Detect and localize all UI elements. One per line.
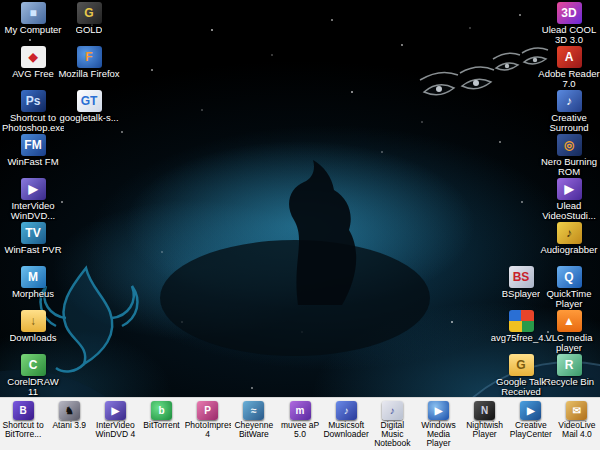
eyes-graphic — [420, 48, 548, 95]
winfast-pvr-icon: TV — [21, 222, 46, 244]
icon-label: Atani 3.9 — [52, 421, 86, 430]
icon-label: Windows Media Player — [415, 421, 461, 448]
desktop-icon-column-right-inner: BSBSplayeravg75free_4...GGoogle Talk Rec… — [490, 266, 552, 398]
nero-burning-rom-icon: ◎ — [557, 134, 582, 156]
icon-label: InterVideo WinDVD... — [2, 201, 64, 221]
shortcut-firefox[interactable]: FMozilla Firefox — [58, 46, 120, 90]
vlc-icon: ▲ — [557, 310, 582, 332]
shortcut-winfast-pvr[interactable]: TVWinFast PVR — [2, 222, 64, 266]
gold-icon: G — [77, 2, 102, 24]
cheyenne-bitware-icon: ≈ — [243, 401, 264, 420]
bittorrent-shortcut-icon: B — [13, 401, 34, 420]
shortcut-creative-surround-mixer[interactable]: ♪Creative Surround Mixer — [538, 90, 600, 134]
shortcut-atani[interactable]: ♞Atani 3.9 — [46, 398, 92, 450]
videolive-mail-icon: ✉ — [566, 401, 587, 420]
icon-label: BitTorrent — [143, 421, 179, 430]
icon-label: Shortcut to Photoshop.exe — [2, 113, 64, 133]
windows-media-player-icon: ▶ — [428, 401, 449, 420]
shortcut-nero-burning-rom[interactable]: ◎Nero Burning ROM — [538, 134, 600, 178]
desktop-icon-column-left-inner: GGOLDFMozilla FirefoxGTgoogletalk-s... — [58, 2, 120, 134]
downloads-folder-icon: ↓ — [21, 310, 46, 332]
ulead-videostudio-icon: ▶ — [557, 178, 582, 200]
desktop[interactable]: ■My Computer◆AVG FreePsShortcut to Photo… — [0, 0, 600, 450]
morpheus-icon: M — [21, 266, 46, 288]
digital-music-notebook-icon: ♪ — [382, 401, 403, 420]
icon-label: Cheyenne BitWare — [231, 421, 277, 439]
shortcut-my-computer[interactable]: ■My Computer — [2, 2, 64, 46]
icon-label: Creative PlayCenter — [508, 421, 554, 439]
icon-label: Adobe Reader 7.0 — [538, 69, 600, 89]
icon-label: Nightwish Player — [462, 421, 508, 439]
shortcut-avg-installer[interactable]: avg75free_4... — [490, 310, 552, 354]
shortcut-bsplayer[interactable]: BSBSplayer — [490, 266, 552, 310]
desktop-icon-column-left-outer: ■My Computer◆AVG FreePsShortcut to Photo… — [2, 2, 64, 398]
icon-label: AVG Free — [12, 69, 54, 79]
shortcut-nightwish-player[interactable]: NNightwish Player — [462, 398, 508, 450]
shortcut-gold[interactable]: GGOLD — [58, 2, 120, 46]
shortcut-morpheus[interactable]: MMorpheus — [2, 266, 64, 310]
icon-label: googletalk-s... — [59, 113, 118, 123]
winfast-fm-icon: FM — [21, 134, 46, 156]
ulead-cool3d-icon: 3D — [557, 2, 582, 24]
icon-label: Ulead COOL 3D 3.0 — [538, 25, 600, 45]
shortcut-adobe-reader[interactable]: AAdobe Reader 7.0 — [538, 46, 600, 90]
icon-label: BSplayer — [502, 289, 541, 299]
shortcut-videolive-mail[interactable]: ✉VideoLive Mail 4.0 — [554, 398, 600, 450]
shortcut-bittorrent-shortcut[interactable]: BShortcut to BitTorre... — [0, 398, 46, 450]
bsplayer-icon: BS — [509, 266, 534, 288]
shortcut-ulead-videostudio[interactable]: ▶Ulead VideoStudi... — [538, 178, 600, 222]
avg-free-icon: ◆ — [21, 46, 46, 68]
icon-label: WinFast FM — [7, 157, 58, 167]
icon-label: VideoLive Mail 4.0 — [554, 421, 600, 439]
icon-label: Mozilla Firefox — [58, 69, 119, 79]
shortcut-musicsoft-downloader[interactable]: ♪Musicsoft Downloader — [323, 398, 369, 450]
intervideo-windvd-icon: ▶ — [21, 178, 46, 200]
coreldraw-icon: C — [21, 354, 46, 376]
avg-installer-icon — [509, 310, 534, 332]
shortcut-audiograbber[interactable]: ♪Audiograbber — [538, 222, 600, 266]
googletalk-installer-icon: GT — [77, 90, 102, 112]
shortcut-googletalk-received-files-folder[interactable]: GGoogle Talk Received Files — [490, 354, 552, 398]
icon-label: Downloads — [10, 333, 57, 343]
creative-playcenter-icon: ▶ — [520, 401, 541, 420]
shortcut-windows-media-player[interactable]: ▶Windows Media Player — [415, 398, 461, 450]
adobe-reader-icon: A — [557, 46, 582, 68]
icon-label: GOLD — [76, 25, 103, 35]
shortcut-creative-playcenter[interactable]: ▶Creative PlayCenter — [508, 398, 554, 450]
bottom-icon-strip: BShortcut to BitTorre...♞Atani 3.9▶Inter… — [0, 397, 600, 450]
shortcut-googletalk-installer[interactable]: GTgoogletalk-s... — [58, 90, 120, 134]
icon-label: Musicsoft Downloader — [323, 421, 369, 439]
shortcut-avg-free[interactable]: ◆AVG Free — [2, 46, 64, 90]
icon-label: Audiograbber — [540, 245, 597, 255]
shortcut-downloads-folder[interactable]: ↓Downloads — [2, 310, 64, 354]
icon-label: Nero Burning ROM — [538, 157, 600, 177]
horsehead-silhouette — [160, 160, 430, 356]
firefox-icon: F — [77, 46, 102, 68]
shortcut-coreldraw[interactable]: CCorelDRAW 11 — [2, 354, 64, 398]
nightwish-player-icon: N — [474, 401, 495, 420]
shortcut-digital-music-notebook[interactable]: ♪Digital Music Notebook — [369, 398, 415, 450]
shortcut-intervideo-windvd4[interactable]: ▶InterVideo WinDVD 4 — [92, 398, 138, 450]
shortcut-bittorrent[interactable]: bBitTorrent — [138, 398, 184, 450]
icon-label: InterVideo WinDVD 4 — [92, 421, 138, 439]
recycle-bin-icon: R — [557, 354, 582, 376]
shortcut-photoimpression[interactable]: PPhotoImpres... 4 — [185, 398, 231, 450]
shortcut-ulead-cool3d[interactable]: 3DUlead COOL 3D 3.0 — [538, 2, 600, 46]
icon-label: muvee aP 5.0 — [277, 421, 323, 439]
icon-label: PhotoImpres... 4 — [185, 421, 231, 439]
atani-icon: ♞ — [59, 401, 80, 420]
shortcut-photoshop-shortcut[interactable]: PsShortcut to Photoshop.exe — [2, 90, 64, 134]
icon-label: Digital Music Notebook — [369, 421, 415, 448]
creative-surround-mixer-icon: ♪ — [557, 90, 582, 112]
shortcut-intervideo-windvd[interactable]: ▶InterVideo WinDVD... — [2, 178, 64, 222]
icon-label: WinFast PVR — [4, 245, 61, 255]
shortcut-cheyenne-bitware[interactable]: ≈Cheyenne BitWare — [231, 398, 277, 450]
icon-label: CorelDRAW 11 — [2, 377, 64, 397]
shortcut-muvee[interactable]: mmuvee aP 5.0 — [277, 398, 323, 450]
googletalk-received-files-folder-icon: G — [509, 354, 534, 376]
icon-label: Morpheus — [12, 289, 54, 299]
intervideo-windvd4-icon: ▶ — [105, 401, 126, 420]
muvee-icon: m — [290, 401, 311, 420]
icon-label: Creative Surround Mixer — [538, 113, 600, 134]
shortcut-winfast-fm[interactable]: FMWinFast FM — [2, 134, 64, 178]
